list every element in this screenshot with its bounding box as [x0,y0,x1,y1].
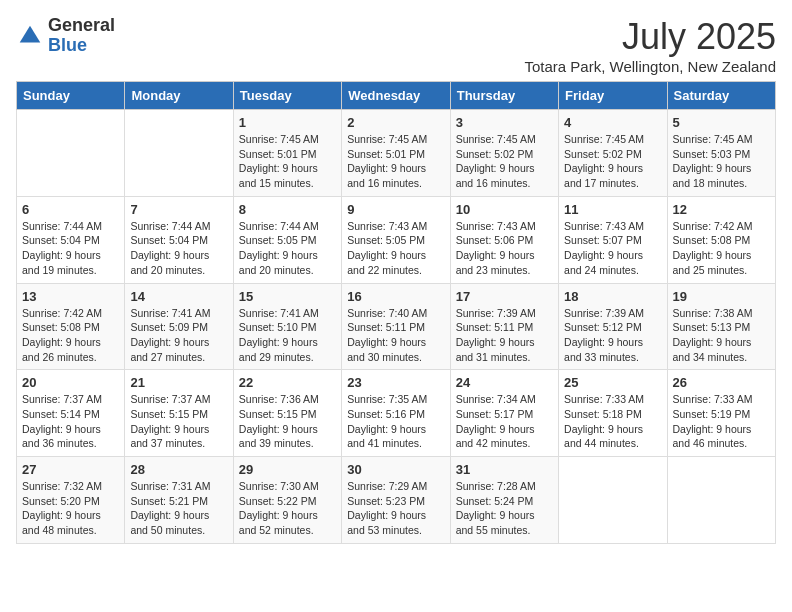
calendar-cell: 7Sunrise: 7:44 AM Sunset: 5:04 PM Daylig… [125,196,233,283]
day-content: Sunrise: 7:42 AM Sunset: 5:08 PM Dayligh… [22,306,119,365]
day-number: 20 [22,375,119,390]
day-content: Sunrise: 7:34 AM Sunset: 5:17 PM Dayligh… [456,392,553,451]
calendar-cell: 13Sunrise: 7:42 AM Sunset: 5:08 PM Dayli… [17,283,125,370]
day-number: 17 [456,289,553,304]
day-content: Sunrise: 7:39 AM Sunset: 5:12 PM Dayligh… [564,306,661,365]
day-content: Sunrise: 7:41 AM Sunset: 5:10 PM Dayligh… [239,306,336,365]
calendar-cell: 6Sunrise: 7:44 AM Sunset: 5:04 PM Daylig… [17,196,125,283]
weekday-header: Thursday [450,82,558,110]
calendar-cell: 11Sunrise: 7:43 AM Sunset: 5:07 PM Dayli… [559,196,667,283]
weekday-header: Wednesday [342,82,450,110]
day-content: Sunrise: 7:44 AM Sunset: 5:04 PM Dayligh… [22,219,119,278]
day-number: 10 [456,202,553,217]
day-number: 1 [239,115,336,130]
calendar-cell: 25Sunrise: 7:33 AM Sunset: 5:18 PM Dayli… [559,370,667,457]
weekday-header: Monday [125,82,233,110]
day-number: 24 [456,375,553,390]
calendar-week-row: 20Sunrise: 7:37 AM Sunset: 5:14 PM Dayli… [17,370,776,457]
calendar-cell: 14Sunrise: 7:41 AM Sunset: 5:09 PM Dayli… [125,283,233,370]
logo: General Blue [16,16,115,56]
day-content: Sunrise: 7:44 AM Sunset: 5:05 PM Dayligh… [239,219,336,278]
day-number: 7 [130,202,227,217]
day-content: Sunrise: 7:36 AM Sunset: 5:15 PM Dayligh… [239,392,336,451]
page-header: General Blue July 2025 Totara Park, Well… [16,16,776,75]
calendar-week-row: 6Sunrise: 7:44 AM Sunset: 5:04 PM Daylig… [17,196,776,283]
calendar-cell: 9Sunrise: 7:43 AM Sunset: 5:05 PM Daylig… [342,196,450,283]
calendar-cell: 2Sunrise: 7:45 AM Sunset: 5:01 PM Daylig… [342,110,450,197]
weekday-header: Friday [559,82,667,110]
logo-general: General [48,16,115,36]
calendar-cell: 21Sunrise: 7:37 AM Sunset: 5:15 PM Dayli… [125,370,233,457]
day-content: Sunrise: 7:42 AM Sunset: 5:08 PM Dayligh… [673,219,770,278]
day-number: 8 [239,202,336,217]
day-number: 9 [347,202,444,217]
location-title: Totara Park, Wellington, New Zealand [524,58,776,75]
day-content: Sunrise: 7:43 AM Sunset: 5:05 PM Dayligh… [347,219,444,278]
calendar-cell: 5Sunrise: 7:45 AM Sunset: 5:03 PM Daylig… [667,110,775,197]
day-number: 21 [130,375,227,390]
calendar-cell: 3Sunrise: 7:45 AM Sunset: 5:02 PM Daylig… [450,110,558,197]
calendar-cell: 1Sunrise: 7:45 AM Sunset: 5:01 PM Daylig… [233,110,341,197]
day-content: Sunrise: 7:31 AM Sunset: 5:21 PM Dayligh… [130,479,227,538]
day-number: 6 [22,202,119,217]
calendar-week-row: 27Sunrise: 7:32 AM Sunset: 5:20 PM Dayli… [17,457,776,544]
calendar-cell: 27Sunrise: 7:32 AM Sunset: 5:20 PM Dayli… [17,457,125,544]
day-content: Sunrise: 7:28 AM Sunset: 5:24 PM Dayligh… [456,479,553,538]
title-block: July 2025 Totara Park, Wellington, New Z… [524,16,776,75]
day-number: 31 [456,462,553,477]
day-number: 23 [347,375,444,390]
logo-icon [16,22,44,50]
calendar-cell: 26Sunrise: 7:33 AM Sunset: 5:19 PM Dayli… [667,370,775,457]
calendar-cell [125,110,233,197]
calendar-cell [17,110,125,197]
day-content: Sunrise: 7:45 AM Sunset: 5:01 PM Dayligh… [347,132,444,191]
day-number: 28 [130,462,227,477]
calendar-cell: 17Sunrise: 7:39 AM Sunset: 5:11 PM Dayli… [450,283,558,370]
day-content: Sunrise: 7:45 AM Sunset: 5:01 PM Dayligh… [239,132,336,191]
calendar-cell: 20Sunrise: 7:37 AM Sunset: 5:14 PM Dayli… [17,370,125,457]
svg-marker-0 [20,26,41,43]
calendar-cell: 12Sunrise: 7:42 AM Sunset: 5:08 PM Dayli… [667,196,775,283]
day-content: Sunrise: 7:29 AM Sunset: 5:23 PM Dayligh… [347,479,444,538]
day-content: Sunrise: 7:33 AM Sunset: 5:18 PM Dayligh… [564,392,661,451]
day-number: 4 [564,115,661,130]
month-year-title: July 2025 [524,16,776,58]
calendar-cell: 16Sunrise: 7:40 AM Sunset: 5:11 PM Dayli… [342,283,450,370]
calendar-week-row: 13Sunrise: 7:42 AM Sunset: 5:08 PM Dayli… [17,283,776,370]
day-number: 12 [673,202,770,217]
day-number: 29 [239,462,336,477]
day-number: 5 [673,115,770,130]
day-content: Sunrise: 7:35 AM Sunset: 5:16 PM Dayligh… [347,392,444,451]
day-number: 25 [564,375,661,390]
day-content: Sunrise: 7:38 AM Sunset: 5:13 PM Dayligh… [673,306,770,365]
day-content: Sunrise: 7:44 AM Sunset: 5:04 PM Dayligh… [130,219,227,278]
day-content: Sunrise: 7:37 AM Sunset: 5:14 PM Dayligh… [22,392,119,451]
calendar-cell: 31Sunrise: 7:28 AM Sunset: 5:24 PM Dayli… [450,457,558,544]
day-content: Sunrise: 7:40 AM Sunset: 5:11 PM Dayligh… [347,306,444,365]
calendar-cell: 29Sunrise: 7:30 AM Sunset: 5:22 PM Dayli… [233,457,341,544]
calendar-cell: 28Sunrise: 7:31 AM Sunset: 5:21 PM Dayli… [125,457,233,544]
day-number: 26 [673,375,770,390]
weekday-header-row: SundayMondayTuesdayWednesdayThursdayFrid… [17,82,776,110]
calendar-cell [559,457,667,544]
day-content: Sunrise: 7:45 AM Sunset: 5:03 PM Dayligh… [673,132,770,191]
day-content: Sunrise: 7:43 AM Sunset: 5:07 PM Dayligh… [564,219,661,278]
day-number: 27 [22,462,119,477]
calendar-cell: 4Sunrise: 7:45 AM Sunset: 5:02 PM Daylig… [559,110,667,197]
day-content: Sunrise: 7:37 AM Sunset: 5:15 PM Dayligh… [130,392,227,451]
weekday-header: Sunday [17,82,125,110]
logo-text: General Blue [48,16,115,56]
calendar-cell: 23Sunrise: 7:35 AM Sunset: 5:16 PM Dayli… [342,370,450,457]
day-content: Sunrise: 7:33 AM Sunset: 5:19 PM Dayligh… [673,392,770,451]
day-content: Sunrise: 7:45 AM Sunset: 5:02 PM Dayligh… [564,132,661,191]
calendar-cell [667,457,775,544]
day-number: 11 [564,202,661,217]
calendar-week-row: 1Sunrise: 7:45 AM Sunset: 5:01 PM Daylig… [17,110,776,197]
calendar-cell: 8Sunrise: 7:44 AM Sunset: 5:05 PM Daylig… [233,196,341,283]
day-content: Sunrise: 7:45 AM Sunset: 5:02 PM Dayligh… [456,132,553,191]
calendar-table: SundayMondayTuesdayWednesdayThursdayFrid… [16,81,776,544]
day-number: 3 [456,115,553,130]
day-number: 15 [239,289,336,304]
day-number: 13 [22,289,119,304]
calendar-cell: 10Sunrise: 7:43 AM Sunset: 5:06 PM Dayli… [450,196,558,283]
